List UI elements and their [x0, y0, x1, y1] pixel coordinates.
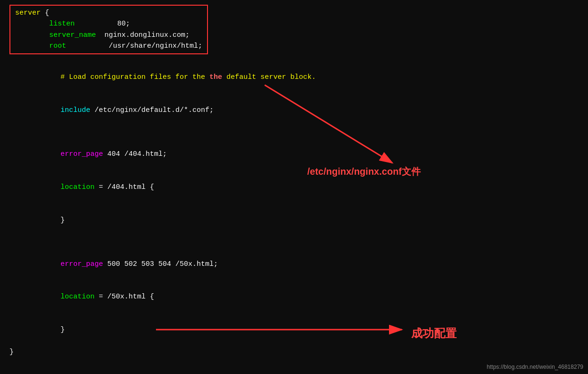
arrow-success — [151, 315, 416, 344]
location-404-close: } — [9, 204, 579, 237]
arrow-nginx-conf — [236, 66, 425, 175]
location-404: location = /404.html { — [9, 171, 579, 204]
error-page-500: error_page 500 502 503 504 /50x.html; — [9, 247, 579, 280]
svg-line-1 — [265, 85, 392, 163]
annotation-success: 成功配置 — [411, 326, 457, 341]
location-50x: location = /50x.html { — [9, 280, 579, 314]
watermark: https://blog.csdn.net/weixin_46818279 — [487, 364, 583, 370]
server-close: } — [9, 347, 579, 357]
server-block-box: server { listen 80; server_name nginx.do… — [9, 5, 208, 54]
